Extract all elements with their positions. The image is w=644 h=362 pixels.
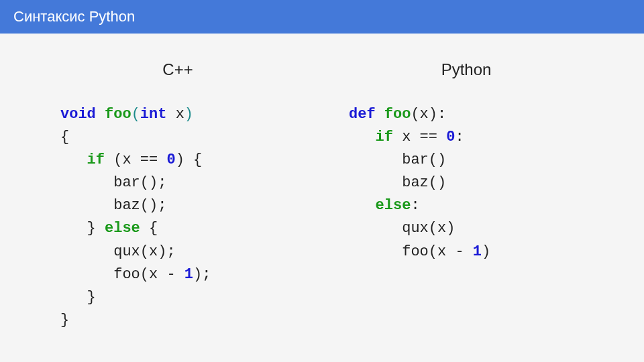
kw-void: void [60, 106, 96, 123]
cpp-title: C++ [54, 60, 302, 79]
lbrace: { [60, 129, 69, 145]
kw-if: if [87, 152, 105, 168]
lbrace2: { [193, 152, 202, 168]
rbrace2: } [87, 220, 105, 237]
lparen2: ( [113, 152, 122, 168]
slide-header: Синтаксис Python [0, 0, 644, 34]
call-bar: bar(); [113, 174, 166, 191]
call-foox-a: foo(x - [113, 266, 184, 283]
call-qux-py: qux(x) [402, 220, 455, 237]
slide-title: Синтаксис Python [13, 8, 135, 25]
call-baz-py: baz() [402, 174, 446, 191]
rbrace4: } [60, 312, 69, 328]
cpp-code: void foo(int x) { if (x == 0) { bar(); b… [54, 103, 302, 332]
kw-if-py: if [376, 129, 393, 145]
call-baz: baz(); [113, 197, 166, 214]
zero: 0 [166, 152, 175, 168]
call-qux: qux(x); [113, 243, 175, 260]
var-x: x [176, 106, 184, 123]
fn-foo-py: foo [384, 106, 411, 123]
one-py: 1 [473, 243, 482, 260]
xclose: (x): [411, 106, 446, 123]
zero-py: 0 [446, 129, 455, 145]
colon1: : [455, 129, 464, 145]
var-x2: x [122, 152, 131, 168]
fn-foo: foo [105, 106, 131, 123]
eqeq-py: == [411, 129, 446, 145]
python-title: Python [342, 60, 590, 79]
python-column: Python def foo(x): if x == 0: bar() baz(… [342, 60, 590, 332]
lbrace3: { [140, 220, 158, 237]
kw-int: int [140, 106, 167, 123]
call-foox-a-py: foo(x - [402, 243, 473, 260]
cpp-column: C++ void foo(int x) { if (x == 0) { bar(… [54, 60, 302, 332]
kw-def: def [349, 106, 376, 123]
colon2: : [411, 197, 419, 214]
rparen: ) [184, 106, 193, 123]
kw-else: else [105, 220, 140, 237]
var-x-py: x [402, 129, 411, 145]
kw-else-py: else [376, 197, 411, 214]
eqeq: == [131, 152, 167, 168]
one: 1 [184, 266, 193, 283]
call-foox-b-py: ) [482, 243, 490, 260]
lparen: ( [131, 106, 140, 123]
slide-content: C++ void foo(int x) { if (x == 0) { bar(… [0, 34, 644, 332]
call-foox-b: ); [193, 266, 211, 283]
rparen2: ) [176, 152, 193, 168]
python-code: def foo(x): if x == 0: bar() baz() else:… [342, 103, 590, 263]
rbrace3: } [87, 289, 96, 306]
call-bar-py: bar() [402, 152, 446, 168]
